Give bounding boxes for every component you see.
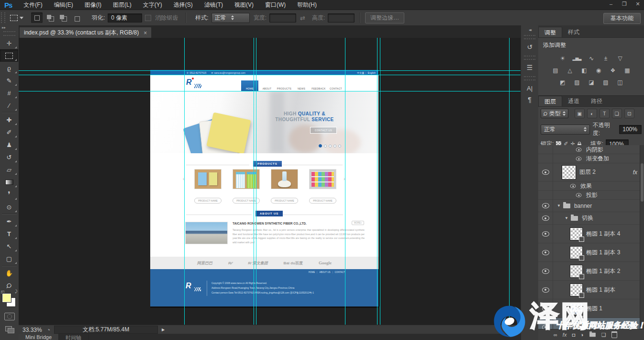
layer-row[interactable]: 椭圆 1 副本 2: [538, 262, 644, 281]
layer-thumbnail[interactable]: [570, 303, 582, 315]
new-layer-icon[interactable]: ❏: [601, 332, 606, 338]
link-layers-icon[interactable]: ∞: [554, 332, 557, 338]
height-input[interactable]: [328, 13, 355, 23]
eraser-tool[interactable]: ▱: [0, 163, 18, 176]
path-selection-tool[interactable]: ↖: [0, 240, 18, 252]
menu-select[interactable]: 选择(S): [168, 0, 199, 10]
layer-effect-row[interactable]: 投影: [538, 191, 644, 200]
antialias-checkbox[interactable]: [145, 15, 151, 21]
channel-mixer-icon[interactable]: ❖: [608, 66, 618, 74]
layer-row[interactable]: 椭圆 1 副本 4: [538, 225, 644, 243]
layer-thumbnail[interactable]: T ⚠: [570, 321, 582, 330]
tab-layers[interactable]: 图层: [538, 96, 562, 106]
visibility-eye-icon[interactable]: [542, 203, 549, 208]
add-to-selection-button[interactable]: [44, 12, 56, 23]
guide-vertical[interactable]: [380, 38, 380, 325]
visibility-eye-icon[interactable]: [542, 231, 549, 237]
properties-panel-icon[interactable]: ☰: [521, 62, 538, 73]
levels-icon[interactable]: ▂▅▃: [572, 54, 582, 62]
menu-type[interactable]: 文字(Y): [137, 0, 168, 10]
opacity-input[interactable]: 100%: [619, 125, 642, 134]
color-balance-icon[interactable]: △: [565, 66, 575, 74]
color-lookup-icon[interactable]: ▦: [622, 66, 632, 74]
rectangular-marquee-tool[interactable]: [0, 49, 18, 62]
layer-group-row[interactable]: ▼ banner: [538, 200, 644, 212]
visibility-eye-icon[interactable]: [542, 287, 549, 293]
blur-tool[interactable]: ❜: [0, 188, 18, 201]
visibility-eye-icon[interactable]: [576, 147, 582, 152]
filter-adjustment-layers-icon[interactable]: ◐: [587, 109, 597, 118]
tab-styles[interactable]: 样式: [562, 27, 585, 37]
hue-saturation-icon[interactable]: ▤: [550, 66, 560, 74]
move-tool[interactable]: ✛: [0, 37, 18, 49]
spot-healing-brush-tool[interactable]: ✚: [0, 113, 18, 126]
visibility-eye-icon[interactable]: [542, 250, 549, 255]
filter-pixel-layers-icon[interactable]: ▣: [575, 109, 585, 118]
hand-tool[interactable]: ✋: [0, 267, 18, 279]
vibrance-icon[interactable]: ▽: [615, 54, 625, 62]
layer-thumbnail[interactable]: [570, 265, 582, 277]
filter-type-layers-icon[interactable]: T: [600, 109, 610, 118]
visibility-eye-icon[interactable]: [570, 184, 576, 188]
black-white-icon[interactable]: ◧: [579, 66, 589, 74]
adjustment-layer-icon[interactable]: ◑: [580, 332, 584, 338]
menu-view[interactable]: 视图(V): [229, 0, 259, 10]
layer-row-selected[interactable]: T ⚠ contact us 副本: [538, 318, 644, 329]
tab-adjustments[interactable]: 调整: [538, 27, 562, 37]
delete-layer-icon[interactable]: [611, 331, 617, 338]
menu-help[interactable]: 帮助(H): [291, 0, 322, 10]
menu-image[interactable]: 图像(I): [79, 0, 107, 10]
status-flyout-icon[interactable]: ▶: [162, 328, 165, 332]
subtract-from-selection-button[interactable]: [57, 12, 68, 23]
menu-file[interactable]: 文件(F): [18, 0, 48, 10]
layers-scrollbar[interactable]: [640, 145, 644, 329]
layer-filter-type-select[interactable]: Ϙ 类型: [541, 109, 568, 118]
visibility-eye-icon[interactable]: [542, 170, 549, 175]
history-brush-tool[interactable]: ↺: [0, 151, 18, 163]
width-input[interactable]: [269, 13, 296, 23]
visibility-eye-icon[interactable]: [542, 269, 549, 274]
screen-mode-button[interactable]: [5, 326, 14, 332]
options-grip[interactable]: [1, 12, 5, 23]
close-tab-icon[interactable]: ×: [144, 30, 147, 36]
dodge-tool[interactable]: ⊙: [0, 201, 18, 213]
lasso-tool[interactable]: ϱ: [0, 62, 18, 74]
layer-mask-icon[interactable]: ◘: [572, 332, 575, 338]
toolbar-grip[interactable]: [3, 31, 15, 36]
rounded-rectangle-tool[interactable]: ▢: [0, 252, 18, 265]
layer-thumbnail[interactable]: [570, 247, 582, 259]
tab-mini-bridge[interactable]: Mini Bridge: [19, 334, 59, 340]
tab-paths[interactable]: 路径: [585, 96, 608, 106]
expand-panels-icon[interactable]: ◂◂: [521, 25, 538, 32]
visibility-eye-icon[interactable]: [576, 193, 582, 197]
gradient-tool[interactable]: [0, 176, 18, 188]
visibility-eye-icon[interactable]: [542, 215, 549, 221]
document-canvas[interactable]: ✆ 0512-82707615 ✉ sara.wu@rongwengroup.c…: [19, 38, 521, 325]
curves-icon[interactable]: ∿: [586, 54, 596, 62]
threshold-icon[interactable]: ◪: [586, 78, 596, 86]
history-panel-icon[interactable]: ↺: [521, 41, 538, 53]
paragraph-panel-icon[interactable]: ¶: [521, 94, 538, 105]
layer-effect-row[interactable]: 内阴影: [538, 145, 644, 154]
menu-window[interactable]: 窗口(W): [259, 0, 291, 10]
feather-input[interactable]: 0 像素: [108, 13, 142, 23]
layer-thumbnail[interactable]: [570, 228, 582, 240]
minimize-button[interactable]: –: [608, 1, 614, 7]
swap-dimensions-icon[interactable]: ⇄: [300, 14, 305, 22]
swap-colors-icon[interactable]: ⤸: [15, 289, 17, 294]
close-button[interactable]: ✕: [634, 1, 641, 7]
layer-row[interactable]: 椭圆 1: [538, 299, 644, 318]
menu-edit[interactable]: 编辑(E): [48, 0, 79, 10]
layer-thumbnail[interactable]: [562, 166, 576, 179]
style-select[interactable]: 正常: [211, 13, 250, 23]
disclosure-triangle-icon[interactable]: ▼: [565, 216, 568, 220]
guide-vertical[interactable]: [377, 38, 378, 325]
toolbar-collapse-icon[interactable]: ▸▸: [0, 25, 19, 31]
guide-vertical[interactable]: [345, 38, 345, 325]
disclosure-triangle-icon[interactable]: ▼: [557, 204, 561, 208]
intersect-selection-button[interactable]: [70, 12, 81, 23]
guide-vertical[interactable]: [254, 38, 254, 325]
character-panel-icon[interactable]: A|: [521, 82, 538, 94]
layer-style-icon[interactable]: fx: [563, 332, 567, 338]
filter-smart-objects-icon[interactable]: ⊡: [624, 109, 634, 118]
